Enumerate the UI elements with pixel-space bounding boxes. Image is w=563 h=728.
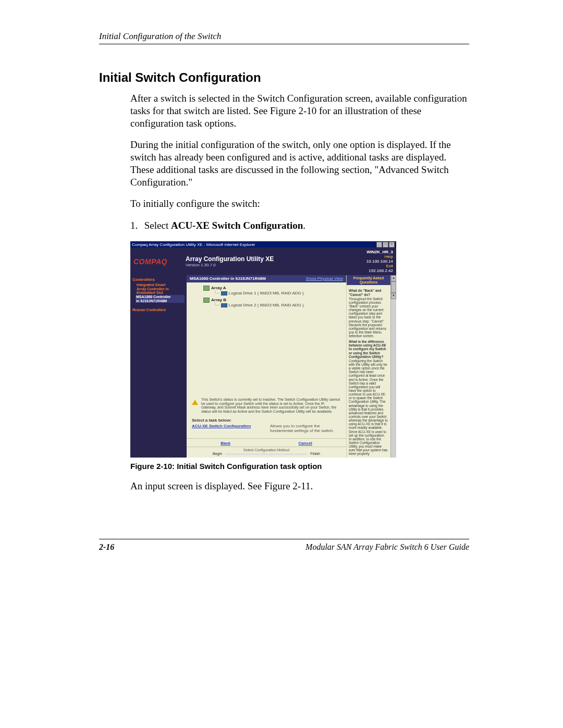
- maximize-icon[interactable]: □: [383, 242, 388, 248]
- page-footer: 2-16 Modular SAN Array Fabric Switch 6 U…: [99, 539, 469, 552]
- wizard-begin-label: Begin: [213, 452, 222, 455]
- faq-answer-1: Throughout the Switch configuration proc…: [349, 297, 388, 338]
- scroll-up-icon[interactable]: ▲: [391, 275, 396, 281]
- close-icon[interactable]: ×: [389, 242, 395, 248]
- drive-icon: [221, 291, 227, 295]
- tree-array-a[interactable]: Array A: [203, 286, 340, 291]
- sidebar-text: MSA1000 Controller: [136, 295, 171, 299]
- back-link[interactable]: Back: [221, 441, 230, 446]
- sidebar-text: Embedded Slot: [137, 291, 163, 294]
- sidebar-text: in 9J19JN71R48M: [136, 299, 167, 303]
- faq-answer-2: Configuring the Switch with the Utility …: [349, 359, 388, 456]
- hostname: WIN2K_HR_3: [366, 250, 393, 254]
- host-ip-2: 192.168.2.42: [369, 268, 393, 273]
- cancel-link[interactable]: Cancel: [299, 441, 312, 446]
- figure-caption: Figure 2-10: Initial Switch Configuratio…: [130, 462, 469, 471]
- paragraph-3: To initially configure the switch:: [130, 198, 469, 210]
- faq-question-1: What do "Back" and "Cancel" do?: [349, 289, 388, 296]
- step-post: .: [303, 220, 305, 231]
- bottom-nav: Back Cancel: [187, 438, 346, 447]
- step-number: 1.: [130, 220, 142, 231]
- faq-header: Frequently Asked Questions: [347, 275, 390, 285]
- scroll-down-icon[interactable]: ▼: [391, 293, 396, 299]
- paragraph-1: After a switch is selected in the Switch…: [130, 92, 469, 129]
- tree-array-b[interactable]: Array B: [203, 298, 340, 303]
- drive-icon: [221, 303, 227, 307]
- show-physical-view-link[interactable]: Show Physical View: [306, 276, 343, 281]
- warning-icon: [192, 400, 198, 405]
- minimize-icon[interactable]: _: [376, 242, 382, 248]
- array-icon: [203, 286, 210, 291]
- app-banner: COMPAQ Array Configuration Utility XE Ve…: [130, 248, 396, 275]
- sidebar-item-smart-array[interactable]: Integrated Smart Array Controller in Emb…: [137, 283, 185, 295]
- faq-question-2: What is the difference between using ACU…: [349, 340, 388, 359]
- faq-scrollbar[interactable]: ▲ ▼: [390, 275, 396, 458]
- tree-label: Array A: [211, 286, 226, 290]
- exit-link[interactable]: Exit: [366, 264, 393, 268]
- tree-logical-drive-1[interactable]: └─ Logical Drive 1 ( 86823 MB, RAID ADG …: [214, 291, 340, 295]
- page-number: 2-16: [99, 542, 114, 552]
- panel-header: MSA1000 Controller in 9J19JN71R48M Show …: [187, 275, 346, 282]
- tree-logical-drive-2[interactable]: └─ Logical Drive 2 ( 86823 MB, RAID ADG …: [214, 303, 340, 307]
- scroll-thumb[interactable]: [391, 281, 396, 293]
- sidebar: Controllers Integrated Smart Array Contr…: [130, 275, 187, 458]
- sidebar-text: Integrated Smart: [137, 283, 166, 287]
- section-heading: Initial Switch Configuration: [99, 70, 469, 85]
- ie-title-text: Compaq Array Configuration Utility XE - …: [132, 242, 255, 247]
- paragraph-2: During the initial configuration of the …: [130, 139, 469, 188]
- ie-titlebar: Compaq Array Configuration Utility XE - …: [130, 241, 396, 248]
- doc-title: Modular SAN Array Fabric Switch 6 User G…: [305, 542, 469, 552]
- compaq-logo: COMPAQ: [133, 257, 186, 266]
- host-ip-1: 10.100.100.14: [366, 259, 393, 264]
- wizard-finish-label: Finish: [310, 452, 320, 455]
- step-bold: ACU-XE Switch Configuration: [171, 220, 303, 231]
- main-panel: MSA1000 Controller in 9J19JN71R48M Show …: [187, 275, 346, 458]
- wizard-step-label: Select Configuration Method: [187, 447, 346, 452]
- array-icon: [203, 298, 210, 303]
- panel-title: MSA1000 Controller in 9J19JN71R48M: [190, 276, 266, 281]
- app-title: Array Configuration Utility XE: [186, 255, 366, 263]
- rescan-controllers-link[interactable]: Rescan Controllers: [132, 308, 185, 312]
- warning-message: This Switch's status is currently set to…: [187, 397, 346, 416]
- tree-label: Logical Drive 2 ( 86823 MB, RAID ADG ): [229, 303, 304, 307]
- figure-2-10: Compaq Array Configuration Utility XE - …: [130, 241, 396, 458]
- sidebar-text: Array Controller in: [137, 287, 169, 291]
- app-version: Version 1.30.7.0: [186, 263, 366, 267]
- wizard-progress: Begin Finish: [187, 452, 346, 458]
- window-controls: _ □ ×: [376, 242, 395, 248]
- task-description: Allows you to configure the fundamental …: [270, 424, 341, 433]
- help-link[interactable]: Help: [366, 254, 393, 259]
- array-tree: Array A └─ Logical Drive 1 ( 86823 MB, R…: [187, 282, 346, 310]
- running-header: Initial Configuration of the Switch: [99, 31, 469, 44]
- step-1: 1. Select ACU-XE Switch Configuration.: [130, 220, 469, 231]
- task-header: Select a task below:: [187, 416, 346, 424]
- tree-label: Logical Drive 1 ( 86823 MB, RAID ADG ): [229, 291, 304, 295]
- wizard-progress-bar: [225, 453, 307, 455]
- sidebar-header: Controllers: [132, 277, 185, 282]
- acu-xe-switch-configuration-link[interactable]: ACU-XE Switch Configuration: [192, 424, 270, 433]
- warning-text: This Switch's status is currently set to…: [201, 398, 340, 413]
- step-pre: Select: [144, 220, 171, 231]
- paragraph-after-figure: An input screen is displayed. See Figure…: [130, 480, 469, 492]
- sidebar-item-msa1000[interactable]: MSA1000 Controller in 9J19JN71R48M: [136, 295, 185, 303]
- faq-panel: Frequently Asked Questions What do "Back…: [346, 275, 396, 458]
- tree-label: Array B: [211, 298, 226, 302]
